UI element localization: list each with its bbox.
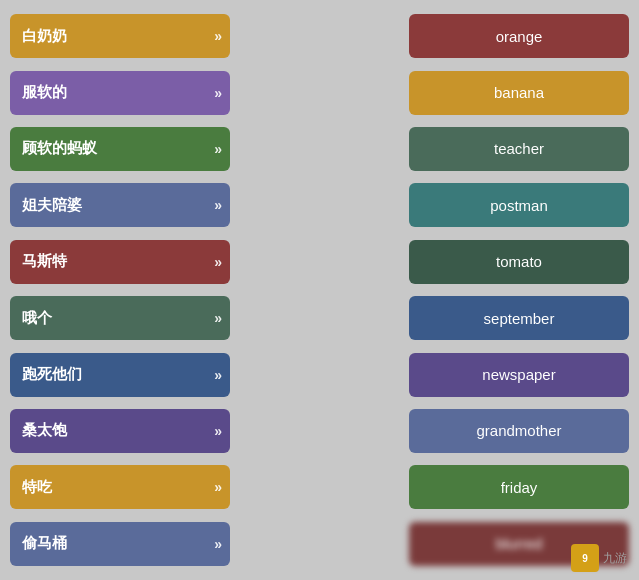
sound-icon-0[interactable]: » [214,28,222,44]
svg-line-3 [230,205,409,261]
svg-line-2 [230,36,409,149]
left-label-8: 特吃 [22,478,52,497]
right-label-7: grandmother [476,422,561,439]
right-label-0: orange [496,28,543,45]
right-item-8[interactable]: friday [409,465,629,509]
right-item-7[interactable]: grandmother [409,409,629,453]
left-item-5[interactable]: 哦个» [10,296,230,340]
left-label-6: 跑死他们 [22,365,82,384]
svg-line-6 [230,205,409,374]
watermark: 9 九游 [571,544,627,572]
left-label-3: 姐夫陪婆 [22,196,82,215]
left-label-0: 白奶奶 [22,27,67,46]
sound-icon-8[interactable]: » [214,479,222,495]
sound-icon-1[interactable]: » [214,85,222,101]
right-item-5[interactable]: september [409,296,629,340]
watermark-text: 九游 [603,550,627,567]
left-item-9[interactable]: 偷马桶» [10,522,230,566]
svg-line-7 [230,375,409,431]
right-column: orangebananateacherpostmantomatoseptembe… [409,8,629,572]
sound-icon-9[interactable]: » [214,536,222,552]
left-label-7: 桑太饱 [22,421,67,440]
svg-line-8 [230,318,409,487]
right-label-4: tomato [496,253,542,270]
right-label-9: blurred [496,535,543,552]
left-label-1: 服软的 [22,83,67,102]
left-label-9: 偷马桶 [22,534,67,553]
svg-line-4 [230,262,409,488]
right-item-0[interactable]: orange [409,14,629,58]
left-item-4[interactable]: 马斯特» [10,240,230,284]
left-item-2[interactable]: 顾软的蚂蚁» [10,127,230,171]
watermark-logo: 9 [571,544,599,572]
right-label-1: banana [494,84,544,101]
sound-icon-6[interactable]: » [214,367,222,383]
left-item-3[interactable]: 姐夫陪婆» [10,183,230,227]
left-item-6[interactable]: 跑死他们» [10,353,230,397]
svg-line-0 [230,36,409,431]
right-label-2: teacher [494,140,544,157]
right-item-6[interactable]: newspaper [409,353,629,397]
left-column: 白奶奶»服软的»顾软的蚂蚁»姐夫陪婆»马斯特»哦个»跑死他们»桑太饱»特吃»偷马… [10,8,230,572]
right-item-4[interactable]: tomato [409,240,629,284]
sound-icon-2[interactable]: » [214,141,222,157]
svg-line-5 [230,93,409,319]
right-label-5: september [484,310,555,327]
left-item-0[interactable]: 白奶奶» [10,14,230,58]
left-label-4: 马斯特 [22,252,67,271]
left-item-8[interactable]: 特吃» [10,465,230,509]
right-item-3[interactable]: postman [409,183,629,227]
sound-icon-7[interactable]: » [214,423,222,439]
right-item-1[interactable]: banana [409,71,629,115]
sound-icon-3[interactable]: » [214,197,222,213]
sound-icon-5[interactable]: » [214,310,222,326]
main-container: 白奶奶»服软的»顾软的蚂蚁»姐夫陪婆»马斯特»哦个»跑死他们»桑太饱»特吃»偷马… [0,0,639,580]
right-label-3: postman [490,197,548,214]
right-label-6: newspaper [482,366,555,383]
svg-line-1 [230,93,409,149]
right-label-8: friday [501,479,538,496]
left-label-5: 哦个 [22,309,52,328]
left-item-1[interactable]: 服软的» [10,71,230,115]
sound-icon-4[interactable]: » [214,254,222,270]
left-item-7[interactable]: 桑太饱» [10,409,230,453]
right-item-2[interactable]: teacher [409,127,629,171]
left-label-2: 顾软的蚂蚁 [22,139,97,158]
